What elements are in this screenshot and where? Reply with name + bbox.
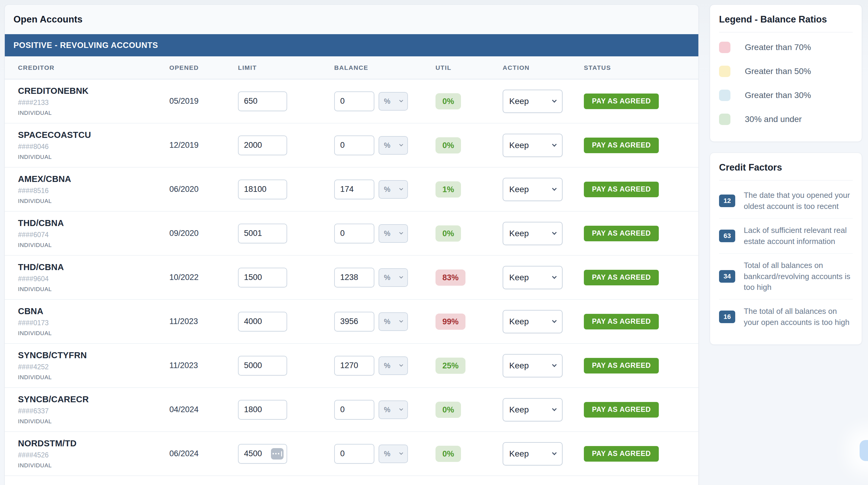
open-accounts-card: Open Accounts POSITIVE - REVOLVING ACCOU… <box>4 4 699 485</box>
limit-input[interactable] <box>238 268 287 287</box>
credit-factor-item: 12 The date that you opened your oldest … <box>719 183 853 218</box>
creditor-name: SYNCB/CARECR <box>18 394 89 404</box>
ownership-label: INDIVIDUAL <box>18 374 52 381</box>
table-row: SPACECOASTCU ####8046 INDIVIDUAL 12/2019… <box>5 123 699 168</box>
chevron-down-icon <box>399 186 403 190</box>
legend-card: Legend - Balance Ratios Greater than 70%… <box>710 4 862 142</box>
divider <box>719 32 853 32</box>
action-select[interactable]: Keep <box>503 266 563 289</box>
account-mask: ####2133 <box>18 99 49 107</box>
chevron-down-icon <box>552 230 557 235</box>
limit-input[interactable] <box>238 180 287 199</box>
opened-date: 09/2020 <box>169 229 199 238</box>
balance-unit-select[interactable]: % <box>378 268 408 287</box>
chevron-down-icon <box>399 98 403 102</box>
action-select[interactable]: Keep <box>503 354 563 377</box>
action-select[interactable]: Keep <box>503 222 563 245</box>
ownership-label: INDIVIDUAL <box>18 110 52 116</box>
opened-date: 04/2024 <box>169 405 199 414</box>
chevron-down-icon <box>399 275 403 278</box>
balance-unit-select[interactable]: % <box>378 445 408 463</box>
status-button[interactable]: PAY AS AGREED <box>584 314 659 329</box>
legend-label: 30% and under <box>745 115 802 124</box>
utilization-badge: 0% <box>435 402 461 418</box>
creditor-name: CBNA <box>18 306 43 316</box>
credit-factors-card: Credit Factors 12 The date that you open… <box>710 153 862 345</box>
status-button[interactable]: PAY AS AGREED <box>584 93 659 109</box>
balance-input[interactable] <box>334 312 374 332</box>
account-mask: ####0173 <box>18 319 49 327</box>
limit-input[interactable] <box>238 400 287 420</box>
balance-input[interactable] <box>334 135 374 155</box>
legend-swatch-yellow <box>719 66 731 77</box>
balance-unit-select[interactable]: % <box>378 92 408 111</box>
factor-code-badge: 16 <box>719 310 735 323</box>
creditor-name: AMEX/CBNA <box>18 174 71 184</box>
account-mask: ####4252 <box>18 363 49 371</box>
limit-input[interactable] <box>238 91 287 111</box>
factor-text: Lack of sufficient relevant real estate … <box>744 225 853 247</box>
balance-input[interactable] <box>334 444 374 464</box>
balance-input[interactable] <box>334 223 374 243</box>
floating-action-button[interactable] <box>860 440 868 461</box>
legend-label: Greater than 30% <box>745 91 811 100</box>
ownership-label: INDIVIDUAL <box>18 330 52 337</box>
status-button[interactable]: PAY AS AGREED <box>584 270 659 285</box>
opened-date: 11/2023 <box>169 361 198 370</box>
legend-swatch-green <box>719 114 731 125</box>
chevron-down-icon <box>552 319 557 323</box>
table-header-row: CREDITOR OPENED LIMIT BALANCE UTIL ACTIO… <box>5 56 699 80</box>
ownership-label: INDIVIDUAL <box>18 286 52 293</box>
chevron-down-icon <box>552 186 557 191</box>
balance-input[interactable] <box>334 356 374 375</box>
balance-unit-select[interactable]: % <box>378 136 408 155</box>
limit-input[interactable] <box>238 223 287 243</box>
limit-input[interactable] <box>238 135 287 155</box>
creditor-name: CREDITONEBNK <box>18 86 89 96</box>
action-select[interactable]: Keep <box>503 178 563 201</box>
ownership-label: INDIVIDUAL <box>18 418 52 425</box>
chevron-down-icon <box>399 142 403 146</box>
table-row: CBNA ####0173 INDIVIDUAL 11/2023 % 99% K… <box>5 300 699 344</box>
action-select[interactable]: Keep <box>503 398 563 421</box>
balance-input[interactable] <box>334 91 374 111</box>
factor-text: The total of all balances on your open a… <box>744 306 853 328</box>
limit-input[interactable] <box>238 356 287 375</box>
utilization-badge: 99% <box>435 313 465 330</box>
action-select[interactable]: Keep <box>503 442 563 465</box>
balance-unit-select[interactable]: % <box>378 356 408 375</box>
utilization-badge: 0% <box>435 225 461 242</box>
balance-input[interactable] <box>334 268 374 287</box>
utilization-badge: 1% <box>435 181 461 198</box>
action-select[interactable]: Keep <box>503 310 563 333</box>
status-button[interactable]: PAY AS AGREED <box>584 182 659 197</box>
balance-unit-select[interactable]: % <box>378 224 408 243</box>
status-button[interactable]: PAY AS AGREED <box>584 358 659 373</box>
creditor-name: SPACECOASTCU <box>18 130 91 140</box>
chevron-down-icon <box>399 407 403 411</box>
utilization-badge: 25% <box>435 358 465 374</box>
legend-item: Greater than 50% <box>719 59 853 83</box>
status-button[interactable]: PAY AS AGREED <box>584 446 659 462</box>
credit-factor-item: 63 Lack of sufficient relevant real esta… <box>719 218 853 253</box>
status-button[interactable]: PAY AS AGREED <box>584 402 659 418</box>
balance-unit-select[interactable]: % <box>378 180 408 199</box>
balance-input[interactable] <box>334 180 374 199</box>
balance-unit-select[interactable]: % <box>378 400 408 419</box>
balance-input[interactable] <box>334 400 374 420</box>
chevron-down-icon <box>552 451 557 455</box>
status-button[interactable]: PAY AS AGREED <box>584 226 659 241</box>
autofill-icon[interactable] <box>271 448 283 459</box>
status-button[interactable]: PAY AS AGREED <box>584 138 659 153</box>
opened-date: 12/2019 <box>169 141 199 150</box>
section-banner: POSITIVE - REVOLVING ACCOUNTS <box>5 34 699 56</box>
balance-unit-select[interactable]: % <box>378 312 408 331</box>
limit-input[interactable] <box>238 312 287 332</box>
action-select[interactable]: Keep <box>503 134 563 157</box>
action-select[interactable]: Keep <box>503 90 563 113</box>
factor-text: The date that you opened your oldest acc… <box>744 190 853 212</box>
card-header: Open Accounts <box>5 5 699 34</box>
utilization-badge: 83% <box>435 270 465 286</box>
account-mask: ####8516 <box>18 187 49 195</box>
legend-item: Greater than 30% <box>719 83 853 107</box>
